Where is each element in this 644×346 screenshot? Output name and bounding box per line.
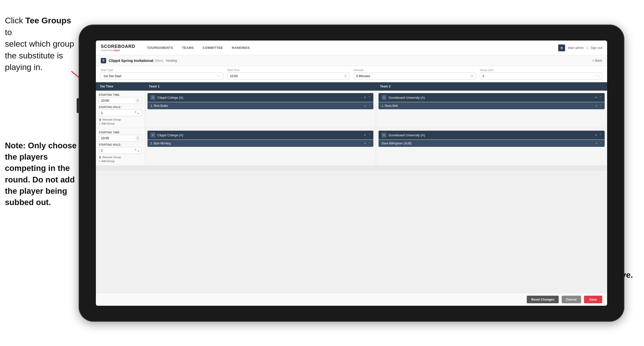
nav-committee[interactable]: COMMITTEE <box>198 40 227 55</box>
logo-powered: Powered by clippd <box>101 49 135 51</box>
team2-actions-group2: ✕ ⌃ <box>595 133 602 137</box>
partial-row <box>96 166 607 171</box>
player-close-2-1[interactable]: ✕ <box>595 104 598 108</box>
team2-name-group2: Scoreboard University (A) <box>388 133 593 137</box>
add-icon-2: + <box>99 160 100 163</box>
nav-rankings[interactable]: RANKINGS <box>227 40 254 55</box>
nav-teams[interactable]: TEAMS <box>178 40 198 55</box>
start-time-input[interactable]: 10:00 🕐 <box>227 72 350 79</box>
team2-actions-group1: ✕ ⌃ <box>595 96 602 99</box>
player-actions-sub-2: ✕ ⌃ <box>595 142 602 145</box>
cancel-button[interactable]: Cancel <box>562 296 581 303</box>
settings-row: Start Type 1st Tee Start ⌃⌄ Start Time 1… <box>96 66 607 82</box>
player-row-1-2: 2. Blair McHarg ✕ ⌃ <box>148 140 373 147</box>
tee-group-row-2: STARTING TIME: 10:05 🕐 STARTING HOLE: 1 … <box>96 128 607 166</box>
logo-scoreboard: SCOREBOARD <box>101 44 135 49</box>
add-group-btn-2[interactable]: + Add Group <box>99 160 142 163</box>
team2-header-group1[interactable]: S Scoreboard University (A) ✕ ⌃ <box>378 93 605 102</box>
starting-hole-input-1[interactable]: 1 ⌃⌄ <box>99 109 142 116</box>
save-button[interactable]: Save <box>584 296 602 303</box>
group-size-group: Group Size 2 ⌃⌄ <box>480 68 602 79</box>
instruction-suffix: toselect which groupthe substitute ispla… <box>5 27 74 72</box>
add-group-btn-1[interactable]: + Add Group <box>99 122 142 125</box>
th-tee-time: Tee Time <box>96 82 145 91</box>
team2-close-icon-group1[interactable]: ✕ <box>595 96 597 99</box>
start-type-input[interactable]: 1st Tee Start ⌃⌄ <box>101 72 223 79</box>
team1-badge-group1: C <box>150 95 155 100</box>
tee-settings-col-1: STARTING TIME: 10:00 🕐 STARTING HOLE: 1 … <box>96 91 145 128</box>
team2-expand-icon-group1[interactable]: ⌃ <box>599 96 602 99</box>
time-icon-1: 🕐 <box>136 99 140 102</box>
player-close-1-2[interactable]: ✕ <box>364 142 366 145</box>
hole-spinner-1: ⌃⌄ <box>134 111 140 115</box>
team1-close-icon-group1[interactable]: ✕ <box>364 96 366 99</box>
team2-close-icon-group2[interactable]: ✕ <box>595 133 597 137</box>
remove-group-label-2: Remove Group <box>102 156 121 159</box>
intervals-input[interactable]: 5 Minutes 🕐 <box>354 72 476 79</box>
starting-hole-value-2: 1 <box>101 149 103 152</box>
player-expand-1-2[interactable]: ⌃ <box>368 142 370 145</box>
remove-group-btn-2[interactable]: 🗑 Remove Group <box>99 156 142 159</box>
starting-hole-input-2[interactable]: 1 ⌃⌄ <box>99 147 142 154</box>
team1-actions-group1: ✕ ⌃ <box>364 96 370 99</box>
player-name-1-1: 1. Rich Butler <box>150 104 362 108</box>
back-button[interactable]: < Back <box>592 59 602 62</box>
sign-out-link[interactable]: Sign out <box>590 46 602 50</box>
team2-badge-group2: S <box>382 133 386 137</box>
team2-col-group2: S Scoreboard University (A) ✕ ⌃ Dave Bil… <box>376 128 607 166</box>
starting-time-label-1: STARTING TIME: <box>99 94 142 96</box>
starting-time-input-1[interactable]: 10:00 🕐 <box>99 97 142 104</box>
team2-header-group2[interactable]: S Scoreboard University (A) ✕ ⌃ <box>378 131 605 139</box>
starting-time-label-2: STARTING TIME: <box>99 131 142 134</box>
bottom-bar: Reset Changes Cancel Save <box>96 293 607 306</box>
team1-header-group1[interactable]: C Clippd College (A) ✕ ⌃ <box>148 93 373 102</box>
th-team2: Team 2 <box>376 82 607 91</box>
reset-changes-button[interactable]: Reset Changes <box>527 296 559 303</box>
side-button <box>77 98 79 113</box>
player-close-1-1[interactable]: ✕ <box>364 104 366 108</box>
sub-header-gender: (Men) <box>155 59 163 62</box>
start-type-spinner: ⌃⌄ <box>216 75 220 77</box>
player-expand-sub-2[interactable]: ⌃ <box>600 142 602 145</box>
team1-close-icon-group2[interactable]: ✕ <box>364 133 366 137</box>
player-row-1-1: 1. Rich Butler ✕ ⌃ <box>148 102 373 109</box>
nav-links: TOURNAMENTS TEAMS COMMITTEE RANKINGS <box>142 40 558 55</box>
player-expand-1-1[interactable]: ⌃ <box>368 104 370 108</box>
instruction-text: Click Tee Groups toselect which groupthe… <box>5 15 76 73</box>
player-row-2-1: 1. Rees Britt ✕ ⌃ <box>378 102 605 109</box>
player-name-1-2: 2. Blair McHarg <box>150 142 362 145</box>
start-time-group: Start Time 10:00 🕐 <box>227 68 350 79</box>
team2-name-group1: Scoreboard University (A) <box>388 96 593 99</box>
player-actions-1-1: ✕ ⌃ <box>364 104 370 108</box>
add-group-label-1: Add Group <box>101 122 114 125</box>
team2-badge-group1: S <box>382 95 386 100</box>
starting-hole-label-2: STARTING HOLE: <box>99 143 142 146</box>
group-size-input[interactable]: 2 ⌃⌄ <box>480 72 602 79</box>
team1-name-group1: Clippd College (A) <box>157 96 362 99</box>
team1-header-group2[interactable]: C Clippd College (A) ✕ ⌃ <box>148 131 373 139</box>
nav-avatar: B <box>558 44 565 51</box>
starting-time-input-2[interactable]: 10:05 🕐 <box>99 135 142 141</box>
start-type-group: Start Type 1st Tee Start ⌃⌄ <box>101 68 223 79</box>
remove-group-btn-1[interactable]: 🗑 Remove Group <box>99 118 142 121</box>
instruction-bold: Tee Groups <box>25 16 71 25</box>
add-icon-1: + <box>99 122 100 125</box>
team1-expand-icon-group1[interactable]: ⌃ <box>368 96 370 99</box>
start-time-spinner: 🕐 <box>344 75 347 77</box>
tee-group-row: STARTING TIME: 10:00 🕐 STARTING HOLE: 1 … <box>96 91 607 128</box>
logo-clippd: clippd <box>113 49 120 51</box>
nav-tournaments[interactable]: TOURNAMENTS <box>142 40 178 55</box>
player-expand-2-1[interactable]: ⌃ <box>600 104 602 108</box>
team2-expand-icon-group2[interactable]: ⌃ <box>599 133 602 137</box>
tee-actions-2: 🗑 Remove Group + Add Group <box>99 156 142 163</box>
team1-expand-icon-group2[interactable]: ⌃ <box>368 133 370 137</box>
intervals-spinner: 🕐 <box>470 75 473 77</box>
hole-spinner-2: ⌃⌄ <box>134 149 140 152</box>
group-size-label: Group Size <box>480 68 602 71</box>
player-close-sub-2[interactable]: ✕ <box>595 142 598 145</box>
start-type-value: 1st Tee Start <box>104 74 122 78</box>
remove-icon-2: 🗑 <box>99 156 102 159</box>
sub-header-title: Clippd Spring Invitational <box>109 58 154 63</box>
starting-time-value-1: 10:00 <box>101 99 109 102</box>
main-content: STARTING TIME: 10:00 🕐 STARTING HOLE: 1 … <box>96 91 607 293</box>
